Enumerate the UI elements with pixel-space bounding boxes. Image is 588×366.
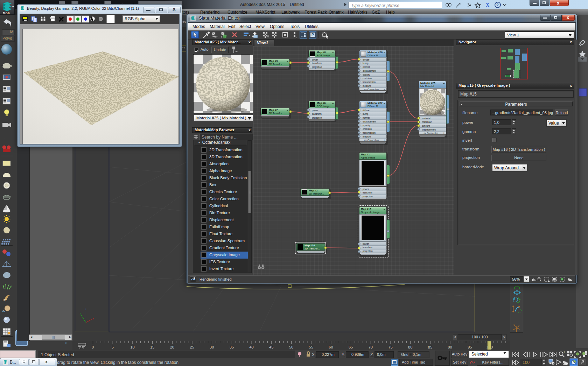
- svg-text:25: 25: [190, 345, 194, 349]
- svg-text:35: 35: [230, 345, 234, 349]
- svg-text:100: 100: [523, 360, 530, 365]
- svg-text:0: 0: [92, 345, 94, 349]
- svg-text:±: ±: [564, 350, 565, 354]
- svg-text:85: 85: [428, 345, 432, 349]
- svg-text:75: 75: [388, 345, 392, 349]
- svg-text:15: 15: [150, 345, 154, 349]
- svg-text:70: 70: [369, 345, 373, 349]
- svg-text:65: 65: [349, 345, 353, 349]
- svg-text:HF: HF: [3, 298, 7, 302]
- svg-text:x: x: [93, 317, 94, 320]
- svg-text:0x: 0x: [2, 310, 5, 313]
- svg-text:95: 95: [468, 345, 472, 349]
- svg-text:90: 90: [448, 345, 452, 349]
- svg-text:60: 60: [329, 345, 333, 349]
- svg-text:P: P: [312, 33, 314, 37]
- svg-text:40: 40: [249, 345, 253, 349]
- svg-text:20: 20: [170, 345, 174, 349]
- svg-text:45: 45: [269, 345, 273, 349]
- svg-text:?: ?: [496, 3, 499, 7]
- svg-text:30: 30: [210, 345, 214, 349]
- svg-text:55: 55: [309, 345, 313, 349]
- svg-text:5: 5: [112, 345, 114, 349]
- svg-text:80: 80: [408, 345, 412, 349]
- svg-text:y: y: [80, 312, 81, 315]
- svg-text:10: 10: [130, 345, 134, 349]
- svg-text:z: z: [85, 308, 86, 310]
- svg-text:X: X: [486, 2, 489, 8]
- svg-text:50: 50: [289, 345, 293, 349]
- svg-text:MAX: MAX: [3, 11, 10, 14]
